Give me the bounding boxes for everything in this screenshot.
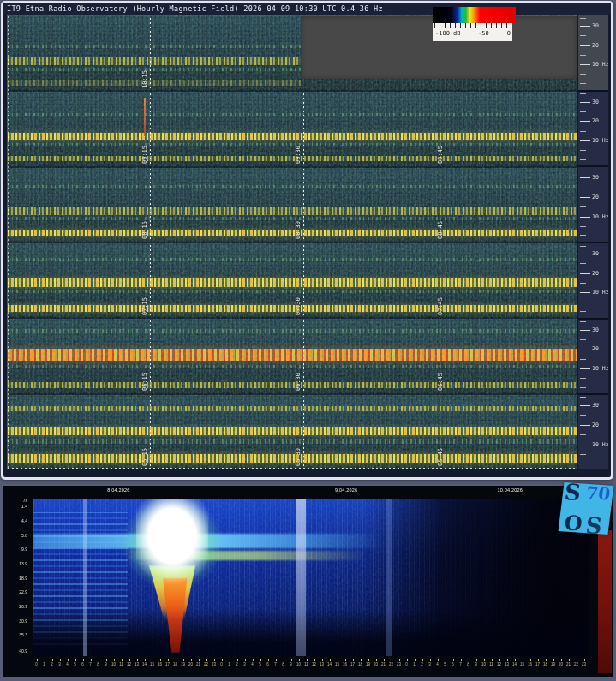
hour-tick-label: 7 [272, 662, 279, 666]
quarter-hour-gridline [446, 396, 446, 469]
time-label: 06:45 [437, 373, 444, 391]
hour-tick-mark [253, 659, 254, 661]
hour-tick: 3 [56, 659, 63, 671]
spectrogram-strips: 10:1509:1509:3009:4508:1508:3008:4507:15… [7, 15, 577, 469]
hour-tick-mark [160, 659, 161, 661]
hour-tick-label: 0 [403, 662, 410, 666]
hour-tick: 22 [387, 659, 395, 671]
hour-tick-label: 5 [71, 662, 79, 666]
freq-minor-tick [580, 339, 586, 340]
hour-tick-label: 17 [534, 662, 541, 666]
spectral-band [8, 113, 577, 116]
hour-tick-label: 13 [318, 662, 326, 666]
hour-tick-mark [230, 659, 230, 661]
hour-tick-label: 15 [333, 662, 341, 666]
quarter-hour-gridline [303, 93, 304, 166]
spectral-band [8, 406, 577, 411]
hour-tick: 2 [48, 659, 56, 671]
freq-minor-tick [580, 188, 586, 188]
hour-tick-mark [222, 659, 223, 661]
spectrogram-feature-vfaint [386, 499, 391, 656]
hour-tick-mark [37, 659, 38, 661]
hour-tick-label: 13 [503, 662, 511, 666]
hour-tick-mark [538, 659, 539, 661]
hour-tick-label: 5 [256, 662, 264, 666]
freq-tick-dash [580, 292, 590, 293]
spectral-band [8, 290, 577, 293]
hour-tick-label: 2 [418, 662, 426, 666]
hour-tick: 11 [117, 659, 125, 671]
hour-tick: 0 [218, 659, 225, 671]
spectral-band [8, 439, 577, 443]
hour-tick-mark [322, 659, 323, 661]
hour-tick-mark [153, 659, 153, 661]
hour-tick-mark [569, 659, 570, 661]
freq-tick-label: 10 Hz [592, 365, 609, 372]
hour-tick-label: 3 [241, 662, 248, 666]
freq-tick-label: 20 [592, 270, 599, 277]
period-tick-label: 18.9 [19, 576, 27, 581]
quarter-hour-gridline [303, 245, 304, 318]
hour-tick-label: 0 [33, 662, 40, 666]
hour-tick: 6 [79, 659, 87, 671]
hour-tick-label: 6 [264, 662, 272, 666]
hour-tick-mark [353, 659, 354, 661]
hour-tick-label: 8 [464, 662, 472, 666]
hour-tick: 10 [110, 659, 117, 671]
hour-tick-mark [106, 659, 107, 661]
hour-tick-label: 8 [94, 662, 102, 666]
hour-tick-label: 11 [302, 662, 310, 666]
spectral-band [8, 68, 301, 70]
hour-tick-mark [415, 659, 416, 661]
hour-tick-label: 23 [580, 662, 588, 666]
hour-tick: 10 [295, 659, 302, 671]
hour-tick-mark [422, 659, 423, 661]
hour-tick-mark [307, 659, 308, 661]
hour-tick-mark [191, 659, 192, 661]
freq-tick-label: 10 Hz [592, 289, 609, 296]
hour-tick: 15 [333, 659, 341, 671]
hour-tick-mark [461, 659, 462, 661]
freq-tick-dash [580, 445, 590, 445]
freq-tick-dash [580, 254, 590, 254]
hour-tick-label: 21 [194, 662, 202, 666]
time-label: 08:30 [295, 221, 302, 239]
date-label: 10.04.2026 [498, 487, 523, 493]
hour-tick: 23 [210, 659, 218, 671]
hour-tick-label: 23 [395, 662, 403, 666]
hour-tick: 2 [418, 659, 426, 671]
spectral-band [8, 427, 577, 435]
quarter-hour-gridline [446, 169, 446, 242]
freq-minor-tick [580, 302, 586, 302]
quarter-hour-gridline [150, 18, 151, 91]
freq-tick-label: 10 Hz [592, 213, 609, 220]
colorbar-legend: -100 dB -50 0 [433, 7, 516, 43]
hour-tick-label: 22 [572, 662, 580, 666]
hour-tick-label: 11 [487, 662, 495, 666]
freq-tick-dash [580, 217, 590, 218]
hour-tick-mark [407, 659, 408, 661]
hour-tick-label: 21 [380, 662, 387, 666]
time-label: 08:45 [437, 221, 444, 239]
hour-tick: 12 [125, 659, 133, 671]
hour-tick-label: 22 [387, 662, 395, 666]
freq-minor-tick [580, 387, 586, 388]
spectral-band [8, 349, 577, 361]
spectral-band [8, 143, 577, 146]
quarter-hour-gridline [303, 396, 304, 469]
freq-tick-dash [580, 26, 590, 27]
hour-tick-mark [52, 659, 53, 661]
hour-tick: 11 [302, 659, 310, 671]
hour-tick: 0 [33, 659, 40, 671]
colorbar-min-label: -100 dB [435, 30, 461, 37]
hour-tick-mark [507, 659, 508, 661]
freq-tick-label: 30 [592, 250, 599, 257]
hour-tick-label: 6 [449, 662, 457, 666]
period-tick-label: 13.9 [19, 561, 27, 566]
multiday-spectrogram-panel: 8.04.20269.04.202610.04.2026 7s1.44.45.8… [3, 486, 613, 677]
hour-tick-mark [183, 659, 184, 661]
red-edge-bar [598, 530, 612, 673]
spectral-band [8, 365, 577, 368]
date-labels: 8.04.20269.04.202610.04.2026 [33, 487, 588, 497]
colorbar-ticks [434, 23, 511, 28]
